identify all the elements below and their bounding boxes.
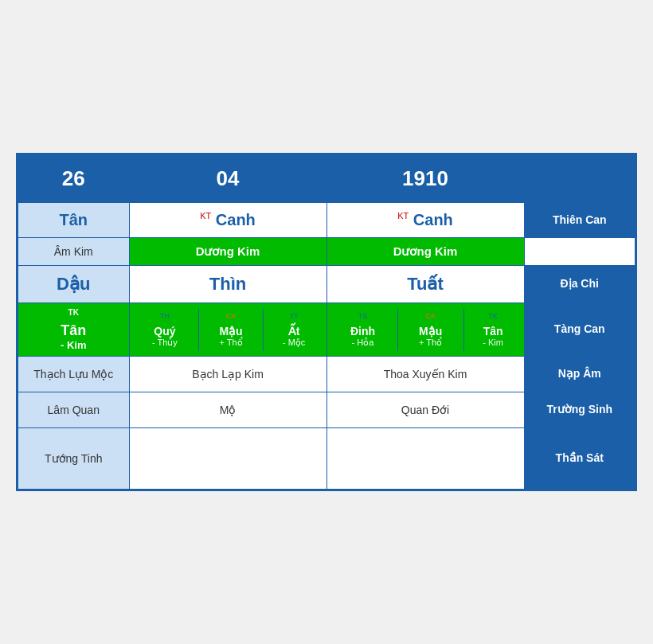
tang-can-row: TK Tân - Kim TH Quý - Thủy CA bbox=[18, 303, 635, 357]
header-empty bbox=[524, 155, 635, 203]
cell-am-kim: Âm Kim bbox=[18, 238, 130, 266]
kt-sup-1: KT bbox=[200, 212, 211, 221]
hanh-row: Âm Kim Dương Kim Dương Kim bbox=[18, 238, 635, 266]
tang-day-hanh: - Kim bbox=[22, 339, 126, 351]
cell-duong-kim-month: Dương Kim bbox=[129, 238, 326, 266]
cell-dau: Dậu bbox=[18, 266, 130, 303]
cell-nap-month: Bạch Lạp Kim bbox=[129, 356, 326, 392]
tang-year-1: TS Đinh - Hỏa bbox=[329, 309, 398, 351]
nap-am-row: Thạch Lựu Mộc Bạch Lạp Kim Thoa Xuyến Ki… bbox=[18, 356, 635, 392]
cell-canh-year: KT Canh bbox=[326, 203, 524, 238]
cell-than-sat-month bbox=[129, 427, 326, 489]
cell-tang-month: TH Quý - Thủy CA Mậu + Thổ TT Ất - M bbox=[129, 303, 326, 357]
truong-sinh-row: Lâm Quan Mộ Quan Đới Trường Sinh bbox=[18, 392, 635, 427]
cell-ts-month: Mộ bbox=[129, 392, 326, 427]
cell-canh-month: KT Canh bbox=[129, 203, 326, 238]
cell-ts-year: Quan Đới bbox=[326, 392, 524, 427]
tang-day-sup: TK bbox=[68, 308, 79, 317]
cell-ts-day: Lâm Quan bbox=[18, 392, 130, 427]
cell-than-sat-day: Tướng Tinh bbox=[18, 427, 130, 489]
cell-duong-kim-year: Dương Kim bbox=[326, 238, 524, 266]
tan-label: Tân bbox=[59, 211, 88, 228]
tang-month-1: TH Quý - Thủy bbox=[131, 309, 199, 351]
nap-am-label: Nạp Âm bbox=[524, 356, 635, 392]
cell-thin: Thìn bbox=[129, 266, 326, 303]
dia-chi-label: Địa Chi bbox=[524, 266, 635, 303]
tang-day-name: Tân bbox=[22, 322, 126, 339]
cell-nap-year: Thoa Xuyến Kim bbox=[326, 356, 524, 392]
header-day: 26 bbox=[18, 155, 130, 203]
tang-can-label: Tàng Can bbox=[524, 303, 635, 357]
hanh-empty bbox=[524, 238, 635, 266]
thien-can-label: Thiên Can bbox=[524, 203, 635, 238]
main-table: 26 04 1910 Tân KT Canh KT Canh Thiên Can bbox=[16, 153, 637, 491]
cell-nap-day: Thạch Lựu Mộc bbox=[18, 356, 130, 392]
tang-year-2: CA Mậu + Thổ bbox=[397, 309, 463, 351]
cell-tang-year: TS Đinh - Hỏa CA Mậu + Thổ TK Tân - bbox=[326, 303, 524, 357]
cell-tuat: Tuất bbox=[326, 266, 524, 303]
canh-year-label: Canh bbox=[413, 211, 453, 228]
than-sat-label: Thần Sát bbox=[524, 427, 635, 489]
header-month: 04 bbox=[129, 155, 326, 203]
tang-month-2: CA Mậu + Thổ bbox=[199, 309, 263, 351]
tang-month-3: TT Ất - Mộc bbox=[263, 309, 324, 351]
cell-tang-day: TK Tân - Kim bbox=[18, 303, 130, 357]
canh-month-label: Canh bbox=[216, 211, 256, 228]
tang-year-3: TK Tân - Kim bbox=[463, 309, 522, 351]
truong-sinh-label: Trường Sinh bbox=[524, 392, 635, 427]
cell-than-sat-year bbox=[326, 427, 524, 489]
cell-tan: Tân bbox=[18, 203, 130, 238]
header-row: 26 04 1910 bbox=[18, 155, 635, 203]
dia-chi-row: Dậu Thìn Tuất Địa Chi bbox=[18, 266, 635, 303]
than-sat-row: Tướng Tinh Thần Sát bbox=[18, 427, 635, 489]
kt-sup-2: KT bbox=[397, 212, 409, 221]
header-year: 1910 bbox=[326, 155, 524, 203]
thien-can-row: Tân KT Canh KT Canh Thiên Can bbox=[18, 203, 635, 238]
